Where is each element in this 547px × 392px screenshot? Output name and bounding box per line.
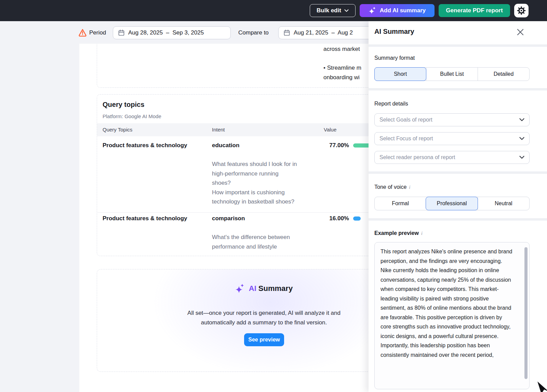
see-preview-button[interactable]: See preview bbox=[244, 333, 284, 346]
close-icon bbox=[517, 28, 524, 36]
sparkles-icon bbox=[235, 283, 245, 294]
intent-cell: education bbox=[212, 141, 239, 150]
period-label: Period bbox=[89, 29, 106, 37]
tone-segmented-control: Formal Professional Neutral bbox=[374, 197, 530, 210]
chevron-down-icon bbox=[519, 156, 524, 159]
settings-button[interactable] bbox=[514, 4, 529, 17]
topic-cell: Product features & technology bbox=[103, 214, 187, 223]
promo-header: AI Summary bbox=[161, 282, 366, 295]
section-divider bbox=[369, 88, 547, 90]
query-topics-platform: Platform: Google AI Mode bbox=[103, 113, 161, 119]
question-list: What's the difference between performanc… bbox=[212, 233, 328, 251]
goals-select-placeholder: Select Goals of report bbox=[379, 117, 519, 123]
column-header-query-topics: Query Topics bbox=[103, 127, 132, 132]
calendar-icon bbox=[283, 29, 290, 36]
value-cell: 16.00% bbox=[289, 214, 349, 223]
compare-to-label: Compare to bbox=[238, 29, 269, 37]
value-cell: 77.00% bbox=[289, 141, 349, 150]
example-preview-box[interactable]: This report analyzes Nike's online prese… bbox=[374, 242, 530, 389]
intent-cell: comparison bbox=[212, 214, 245, 223]
example-preview-text: This report analyzes Nike's online prese… bbox=[381, 247, 514, 360]
reader-persona-select[interactable]: Select reader persona of report bbox=[374, 151, 530, 164]
column-header-intent: Intent bbox=[212, 127, 225, 132]
topic-cell: Product features & technology bbox=[103, 141, 187, 150]
gear-icon bbox=[517, 6, 526, 15]
add-ai-summary-button[interactable]: Add AI summary bbox=[360, 4, 435, 17]
add-ai-summary-label: Add AI summary bbox=[380, 7, 426, 14]
chevron-down-icon bbox=[519, 137, 524, 140]
promo-title: Summary bbox=[258, 284, 293, 293]
focus-select-placeholder: Select Focus of report bbox=[379, 136, 519, 142]
period-date-range-value: Aug 28, 2025 – Sep 3, 2025 bbox=[128, 29, 204, 36]
preview-scrollbar[interactable] bbox=[524, 247, 528, 379]
summary-fragment-line: onboarding wi bbox=[323, 73, 360, 82]
sparkles-icon bbox=[369, 6, 377, 15]
generate-pdf-button[interactable]: Generate PDF report bbox=[439, 4, 510, 17]
tone-of-voice-label: Tone of voicei bbox=[374, 184, 410, 190]
period-date-range-input[interactable]: Aug 28, 2025 – Sep 3, 2025 bbox=[113, 26, 231, 39]
compare-date-range-value: Aug 21, 2025 – Aug 2 bbox=[294, 29, 353, 36]
top-bar: Bulk edit Add AI summary Generate PDF re… bbox=[0, 0, 547, 21]
generate-pdf-label: Generate PDF report bbox=[446, 7, 503, 14]
section-divider bbox=[369, 218, 547, 221]
value-bar bbox=[353, 216, 361, 221]
left-gutter bbox=[0, 21, 79, 392]
bulk-edit-label: Bulk edit bbox=[317, 7, 341, 14]
calendar-icon bbox=[118, 29, 125, 36]
promo-title-accent: AI bbox=[249, 284, 256, 293]
promo-body-text: All set—once your report is generated, A… bbox=[152, 308, 376, 327]
tone-option-neutral[interactable]: Neutral bbox=[478, 197, 529, 210]
reader-persona-placeholder: Select reader persona of report bbox=[379, 154, 519, 160]
see-preview-label: See preview bbox=[248, 337, 280, 343]
query-topics-title: Query topics bbox=[103, 101, 144, 109]
tone-option-professional[interactable]: Professional bbox=[426, 197, 478, 210]
info-icon[interactable]: i bbox=[409, 184, 410, 190]
info-icon[interactable]: i bbox=[421, 230, 423, 236]
bulk-edit-button[interactable]: Bulk edit bbox=[310, 4, 356, 17]
close-panel-button[interactable] bbox=[515, 27, 526, 38]
focus-select[interactable]: Select Focus of report bbox=[374, 132, 530, 145]
example-preview-label: Example previewi bbox=[374, 230, 423, 236]
question-list: What features should I look for in high-… bbox=[212, 159, 328, 207]
summary-fragment-line: • Streamline m bbox=[323, 63, 361, 72]
format-option-detailed[interactable]: Detailed bbox=[478, 68, 529, 81]
summary-format-label: Summary format bbox=[374, 55, 415, 61]
chevron-down-icon bbox=[519, 118, 524, 122]
goals-select[interactable]: Select Goals of report bbox=[374, 113, 530, 126]
format-option-short[interactable]: Short bbox=[374, 67, 426, 81]
tone-option-formal[interactable]: Formal bbox=[375, 197, 426, 210]
section-divider bbox=[369, 44, 547, 47]
column-header-value: Value bbox=[324, 127, 336, 132]
mouse-cursor bbox=[532, 377, 547, 392]
warning-icon bbox=[78, 28, 87, 37]
report-details-label: Report details bbox=[374, 101, 408, 107]
section-divider bbox=[369, 171, 547, 174]
ai-summary-panel: AI Summary Summary format Short Bullet L… bbox=[369, 21, 547, 392]
summary-format-segmented-control: Short Bullet List Detailed bbox=[374, 67, 530, 81]
format-option-bullet-list[interactable]: Bullet List bbox=[426, 68, 478, 81]
summary-fragment-line: across market bbox=[323, 44, 360, 54]
chevron-down-icon bbox=[344, 9, 349, 12]
panel-title: AI Summary bbox=[374, 28, 414, 36]
